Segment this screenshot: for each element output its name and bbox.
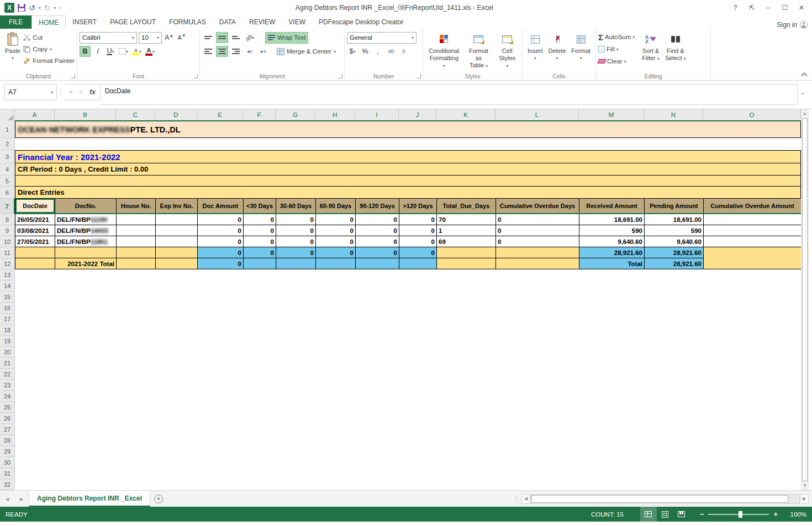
cell-H12[interactable] <box>316 258 356 269</box>
cell-G9[interactable]: 0 <box>276 225 316 236</box>
cell-M10[interactable]: 9,640.60 <box>579 236 645 247</box>
align-left-button[interactable] <box>202 46 214 57</box>
header-docno[interactable]: DocNo. <box>55 199 117 213</box>
empty-row-5[interactable] <box>15 176 801 187</box>
orientation-button[interactable]: ab▾ <box>244 32 256 43</box>
close-button[interactable]: ✕ <box>793 1 810 14</box>
tab-pdfescape[interactable]: PDFescape Desktop Creator <box>312 15 410 29</box>
cell-B9[interactable]: DEL/FN/BP14003 <box>55 225 117 236</box>
cell-E8[interactable]: 0 <box>198 214 244 225</box>
cell-G8[interactable]: 0 <box>276 214 316 225</box>
row-number[interactable]: 14 <box>0 280 15 291</box>
cell-A9[interactable]: 03/08/2021 <box>15 225 55 236</box>
cut-button[interactable]: Cut <box>23 32 75 43</box>
row-number[interactable]: 6 <box>0 187 15 199</box>
new-sheet-button[interactable]: + <box>150 491 167 507</box>
cell-C10[interactable] <box>117 236 156 247</box>
row-number[interactable]: 20 <box>0 347 15 358</box>
cell-L12[interactable] <box>496 258 579 269</box>
row-number[interactable]: 23 <box>0 380 15 391</box>
insert-function-icon[interactable]: fx <box>89 88 96 96</box>
wrap-text-button[interactable]: Wrap Text <box>265 32 308 44</box>
cell-I12[interactable] <box>356 258 399 269</box>
cell-O9[interactable] <box>704 225 802 236</box>
header-90-120[interactable]: 90-120 Days <box>356 199 399 213</box>
empty-row-2[interactable] <box>15 138 801 150</box>
column-letter[interactable]: C <box>116 109 155 120</box>
column-letter[interactable]: D <box>155 109 197 120</box>
column-letter[interactable]: E <box>197 109 243 120</box>
cell-J10[interactable]: 0 <box>399 236 437 247</box>
format-painter-button[interactable]: Format Painter <box>23 55 75 66</box>
cell-M11[interactable]: 28,921.60 <box>579 247 645 258</box>
format-cells-button[interactable]: Format ▾ <box>568 31 593 63</box>
column-letter[interactable]: N <box>644 109 703 120</box>
collapse-ribbon-icon[interactable] <box>801 72 807 78</box>
cell-F8[interactable]: 0 <box>244 214 276 225</box>
help-button[interactable]: ? <box>727 1 744 14</box>
column-letter[interactable]: O <box>703 109 801 120</box>
row-number[interactable]: 2 <box>0 138 15 150</box>
horizontal-scroll-track[interactable] <box>530 494 800 504</box>
cell-G11[interactable]: 0 <box>276 247 316 258</box>
number-format-combo[interactable]: General▾ <box>347 32 416 44</box>
section-title-cell[interactable]: Direct Entries <box>15 187 801 199</box>
cell-I8[interactable]: 0 <box>356 214 399 225</box>
cell-M8[interactable]: 18,691.00 <box>579 214 645 225</box>
cell-I10[interactable]: 0 <box>356 236 399 247</box>
cell-N8[interactable]: 18,691.00 <box>645 214 704 225</box>
ribbon-display-options-button[interactable]: ⇱ <box>744 1 760 14</box>
clipboard-dialog-launcher-icon[interactable] <box>71 74 75 78</box>
cell-A12[interactable] <box>15 258 55 269</box>
cell-L9[interactable]: 0 <box>496 225 579 236</box>
cell-E9[interactable]: 0 <box>198 225 244 236</box>
tab-insert[interactable]: INSERT <box>66 15 103 29</box>
clear-button[interactable]: Clear▾ <box>598 56 635 67</box>
cell-O8[interactable] <box>704 214 802 225</box>
cell-O12[interactable] <box>704 258 802 269</box>
row-number[interactable]: 15 <box>0 291 15 302</box>
cell-N9[interactable]: 590 <box>645 225 704 236</box>
page-break-view-button[interactable] <box>673 507 690 522</box>
row-number[interactable]: 29 <box>0 446 15 457</box>
fill-color-button[interactable]: ▾ <box>131 46 143 57</box>
header-60-90[interactable]: 60-90 Days <box>316 199 356 213</box>
header-lt30[interactable]: <30 Days <box>244 199 276 213</box>
row-number[interactable]: 18 <box>0 325 15 336</box>
redo-icon[interactable]: ↻ <box>44 3 51 12</box>
cell-K11[interactable] <box>437 247 496 258</box>
zoom-out-icon[interactable]: − <box>700 510 704 518</box>
cell-D12[interactable] <box>156 258 198 269</box>
middle-align-button[interactable] <box>216 32 228 43</box>
accounting-format-button[interactable]: $▾ <box>347 46 358 57</box>
row-number[interactable]: 8 <box>0 214 15 225</box>
column-letter[interactable]: K <box>436 109 495 120</box>
align-right-button[interactable] <box>230 46 242 57</box>
formula-bar-splitter[interactable]: ⋮ <box>57 84 65 100</box>
tab-formulas[interactable]: FORMULAS <box>162 15 213 29</box>
delete-cells-button[interactable]: ✗ Delete ▾ <box>546 31 569 63</box>
tab-home[interactable]: HOME <box>31 15 66 29</box>
header-doc-amount[interactable]: Doc Amount <box>198 199 244 213</box>
header-pending-amount[interactable]: Pending Amount <box>645 199 704 213</box>
row-number[interactable]: 32 <box>0 479 15 490</box>
row-number[interactable]: 25 <box>0 402 15 413</box>
cell-H10[interactable]: 0 <box>316 236 356 247</box>
vertical-scroll-thumb[interactable] <box>802 118 808 481</box>
font-color-button[interactable]: A▾ <box>144 46 156 57</box>
row-number[interactable]: 5 <box>0 176 15 187</box>
cell-A10[interactable]: 27/05/2021 <box>15 236 55 247</box>
undo-icon[interactable]: ↺ <box>29 3 35 12</box>
formula-input[interactable]: DocDate <box>101 84 798 105</box>
format-as-table-button[interactable]: Format as Table ▾ <box>463 31 495 71</box>
row-number[interactable]: 17 <box>0 314 15 325</box>
cell-D11[interactable] <box>156 247 198 258</box>
row-number[interactable]: 26 <box>0 413 15 424</box>
cell-I9[interactable]: 0 <box>356 225 399 236</box>
undo-dropdown-icon[interactable]: ▾ <box>39 6 41 10</box>
underline-button[interactable]: U▾ <box>105 46 116 57</box>
row-number[interactable]: 28 <box>0 435 15 446</box>
cell-C9[interactable] <box>117 225 156 236</box>
cell-H9[interactable]: 0 <box>316 225 356 236</box>
cell-N10[interactable]: 9,640.60 <box>645 236 704 247</box>
